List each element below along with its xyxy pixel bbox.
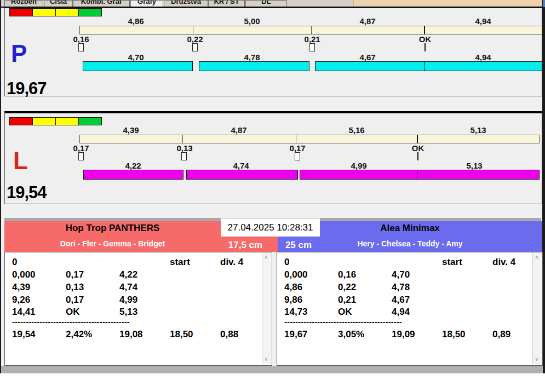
leg-label: 4,67 bbox=[343, 53, 392, 62]
table-cell: 5,13 bbox=[119, 307, 137, 318]
table-cell: 19,08 bbox=[119, 329, 143, 340]
bottom-band bbox=[1, 366, 543, 373]
table-cell: 4,86 bbox=[284, 282, 302, 293]
run-bar-segment bbox=[424, 61, 542, 71]
table-cell: 2,42% bbox=[66, 329, 92, 340]
ok-tick-icon bbox=[417, 152, 418, 160]
split-label: 4,94 bbox=[458, 16, 508, 26]
split-label: 4,86 bbox=[111, 16, 160, 26]
table-cell: 9,86 bbox=[284, 295, 302, 305]
scroll-up-icon[interactable]: ∧ bbox=[262, 254, 271, 260]
table-cell: div. 4 bbox=[220, 257, 243, 268]
leg-label: 4,99 bbox=[334, 161, 383, 170]
table-cell: 0,88 bbox=[220, 329, 238, 340]
light-yellow-2 bbox=[56, 8, 79, 16]
table-cell: 0,17 bbox=[66, 269, 84, 280]
change-label: 0,17 bbox=[56, 143, 106, 153]
jump-height-left: 17,5 cm bbox=[221, 240, 270, 251]
split-label: 5,13 bbox=[454, 125, 503, 135]
light-red bbox=[9, 117, 33, 125]
light-strip-l bbox=[9, 117, 102, 125]
table-cell: 4,67 bbox=[392, 295, 410, 305]
table-cell: 4,22 bbox=[119, 269, 137, 280]
tab-kombi-graf-label: Kombi. Graf bbox=[73, 0, 129, 5]
table-cell: 4,70 bbox=[392, 269, 410, 280]
split-label: 4,87 bbox=[343, 16, 392, 26]
table-divider: ----------------------------------------… bbox=[284, 317, 402, 326]
run-bar-segment bbox=[300, 170, 418, 180]
table-cell: OK bbox=[338, 307, 352, 318]
leg-label: 4,22 bbox=[108, 161, 158, 170]
table-cell: 0 bbox=[12, 257, 17, 268]
light-strip-p bbox=[9, 8, 102, 16]
table-cell: 4,39 bbox=[12, 282, 30, 293]
table-cell: 19,67 bbox=[284, 329, 308, 340]
change-label: 0,16 bbox=[56, 34, 106, 44]
scroll-down-icon[interactable]: ∨ bbox=[532, 356, 541, 362]
tab-rozbeh-label: Rozběh bbox=[5, 0, 43, 5]
leg-label: 4,74 bbox=[216, 161, 266, 170]
split-label: 5,00 bbox=[227, 16, 277, 26]
scrollbar-left-table[interactable] bbox=[262, 252, 271, 364]
split-divider bbox=[193, 26, 193, 34]
table-cell: 0,89 bbox=[492, 329, 510, 340]
change-label: 0,13 bbox=[160, 143, 209, 153]
jump-height-right: 25 cm bbox=[277, 240, 320, 251]
exchange-marker-icon bbox=[181, 152, 187, 160]
split-bar-l bbox=[79, 135, 540, 143]
lane-letter-l: L bbox=[13, 149, 28, 173]
run-bar-segment bbox=[199, 61, 309, 71]
exchange-marker-icon bbox=[78, 43, 84, 51]
lane-letter-p: P bbox=[11, 42, 27, 66]
table-cell: 14,73 bbox=[284, 307, 308, 318]
table-cell: 0,17 bbox=[66, 295, 84, 305]
table-cell: 4,99 bbox=[119, 295, 137, 305]
table-cell: 0,000 bbox=[12, 269, 36, 280]
table-cell: 0 bbox=[284, 257, 289, 268]
table-cell: 19,54 bbox=[12, 329, 36, 340]
leg-label: 4,94 bbox=[458, 53, 508, 62]
change-label: 0,17 bbox=[273, 143, 322, 153]
table-cell: 9,26 bbox=[12, 295, 30, 305]
app-window: Rozběh Čísla Kombi. Graf Grafy Družstva … bbox=[0, 0, 545, 392]
change-label: 0,21 bbox=[288, 34, 337, 44]
total-time-l: 19,54 bbox=[7, 183, 47, 203]
light-red bbox=[9, 8, 33, 16]
team-name-left: Hop Trop PANTHERS bbox=[4, 223, 221, 234]
light-green bbox=[79, 117, 102, 125]
scroll-up-icon[interactable]: ∧ bbox=[532, 254, 541, 260]
split-divider bbox=[417, 135, 418, 143]
leg-label: 4,78 bbox=[227, 53, 277, 62]
table-cell: 0,21 bbox=[338, 295, 356, 305]
leg-label: 4,70 bbox=[111, 53, 160, 62]
run-bar-segment bbox=[315, 61, 425, 71]
tab-kr-st-label: KR / ST bbox=[209, 0, 244, 5]
run-bar-segment bbox=[83, 170, 183, 180]
table-cell: start bbox=[442, 257, 462, 268]
datetime-display: 27.04.2025 10:28:31 bbox=[221, 218, 320, 237]
exchange-marker-icon bbox=[78, 152, 84, 160]
table-cell: 4,74 bbox=[119, 282, 137, 293]
scroll-down-icon[interactable]: ∨ bbox=[262, 356, 271, 362]
table-cell: 3,05% bbox=[338, 329, 364, 340]
table-cell: OK bbox=[66, 307, 80, 318]
change-label: OK bbox=[400, 34, 450, 44]
result-table-left[interactable] bbox=[4, 252, 272, 366]
light-yellow-2 bbox=[56, 117, 79, 125]
table-cell: 18,50 bbox=[442, 329, 466, 340]
split-label: 5,16 bbox=[332, 125, 381, 135]
table-cell: div. 4 bbox=[492, 257, 515, 268]
run-bar-segment bbox=[186, 170, 298, 180]
table-cell: 0,16 bbox=[338, 269, 356, 280]
exchange-marker-icon bbox=[309, 43, 315, 51]
table-cell: 4,94 bbox=[392, 307, 410, 318]
table-cell: 14,41 bbox=[12, 307, 36, 318]
total-time-p: 19,67 bbox=[7, 79, 47, 99]
change-label: 0,22 bbox=[170, 34, 220, 44]
exchange-marker-icon bbox=[295, 152, 300, 160]
table-cell: start bbox=[170, 257, 190, 268]
scrollbar-right-table[interactable] bbox=[532, 252, 542, 364]
tab-grafy-label: Grafy bbox=[131, 0, 163, 5]
tab-cisla-label: Čísla bbox=[44, 0, 72, 5]
ok-tick-icon bbox=[424, 43, 426, 51]
